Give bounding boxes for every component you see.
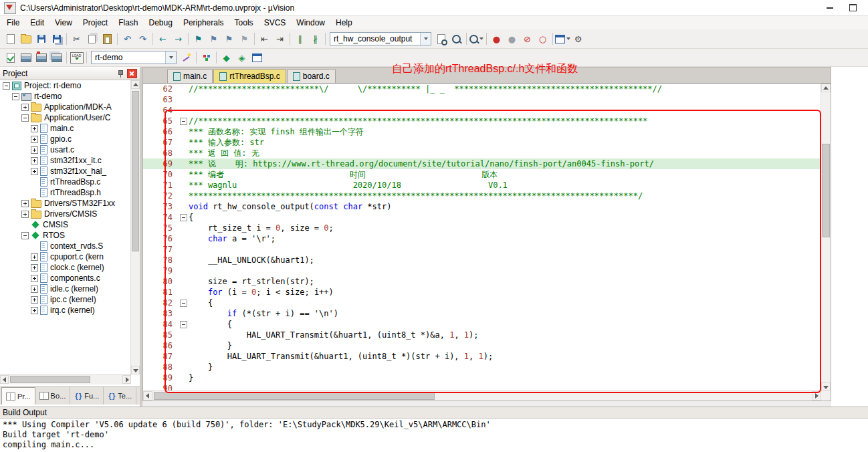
line-number[interactable]: 66 xyxy=(143,126,178,137)
code-line[interactable]: 84 { xyxy=(143,319,821,330)
expand-icon[interactable] xyxy=(31,157,38,164)
line-number[interactable]: 68 xyxy=(143,148,178,158)
maximize-button[interactable] xyxy=(841,1,864,15)
tree-item[interactable]: Drivers/CMSIS xyxy=(0,209,131,219)
tree-item[interactable]: rtThreadBsp.c xyxy=(0,177,131,187)
scroll-down-button[interactable] xyxy=(131,366,140,374)
bookmark-clear-all-button[interactable]: ⚑ xyxy=(237,31,252,46)
panel-tab-templates[interactable]: {}Te... xyxy=(104,387,136,405)
line-number[interactable]: 83 xyxy=(143,308,178,319)
panel-tab-functions[interactable]: {}Fu... xyxy=(70,387,104,405)
menu-debug[interactable]: Debug xyxy=(144,17,178,29)
code-line[interactable]: 81 for (i = 0; i < size; i++) xyxy=(143,287,821,298)
uncomment-selection-button[interactable]: ∦ xyxy=(308,31,323,46)
scrollbar-thumb[interactable] xyxy=(10,376,90,383)
chevron-down-icon[interactable] xyxy=(420,33,431,45)
code-line[interactable]: 66*** 函数名称: 实现 finsh 组件输出一个字符 xyxy=(143,126,821,137)
tree-item[interactable]: Drivers/STM32F1xx xyxy=(0,198,131,209)
bookmark-prev-button[interactable]: ⚑ xyxy=(206,31,221,46)
code-line[interactable]: 78 __HAL_UNLOCK(&huart1); xyxy=(143,255,821,265)
code-line[interactable]: 85 HAL_UART_Transmit(&huart1, (uint8_t *… xyxy=(143,330,821,340)
menu-peripherals[interactable]: Peripherals xyxy=(178,17,229,29)
collapse-icon[interactable] xyxy=(21,232,29,239)
expand-icon[interactable] xyxy=(31,146,38,154)
disable-breakpoint-button[interactable]: ● xyxy=(504,31,520,46)
cut-button[interactable]: ✂ xyxy=(69,31,84,46)
line-number[interactable]: 89 xyxy=(143,372,178,383)
expand-icon[interactable] xyxy=(21,211,29,218)
tree-item[interactable]: clock.c (kernel) xyxy=(0,262,131,273)
copy-button[interactable] xyxy=(84,31,100,46)
collapse-icon[interactable] xyxy=(3,82,10,90)
code-line[interactable]: 82 { xyxy=(143,298,821,308)
expand-icon[interactable] xyxy=(31,136,38,143)
find-button[interactable] xyxy=(449,31,464,46)
menu-edit[interactable]: Edit xyxy=(25,17,49,29)
target-select-combo[interactable]: rt-demo xyxy=(91,51,177,64)
line-number[interactable]: 82 xyxy=(143,298,178,308)
menu-help[interactable]: Help xyxy=(330,17,358,29)
new-file-button[interactable] xyxy=(3,31,18,46)
tab-rtThreadBsp.c[interactable]: rtThreadBsp.c xyxy=(213,69,286,83)
minimize-button[interactable] xyxy=(819,1,841,15)
redo-button[interactable]: ↷ xyxy=(135,31,150,46)
manage-rte-button[interactable]: ◆ xyxy=(219,50,234,65)
scroll-up-button[interactable] xyxy=(131,80,140,89)
collapse-icon[interactable] xyxy=(21,114,29,122)
line-number[interactable]: 79 xyxy=(143,265,178,276)
code-line[interactable]: 72**************************************… xyxy=(143,191,821,201)
scroll-up-button[interactable] xyxy=(821,84,831,92)
indent-button[interactable]: ⇥ xyxy=(272,31,288,46)
expand-icon[interactable] xyxy=(31,275,38,282)
batch-build-button[interactable] xyxy=(49,50,64,65)
line-number[interactable]: 85 xyxy=(143,330,178,340)
code-line[interactable]: 67*** 输入参数: str xyxy=(143,137,821,148)
line-number[interactable]: 76 xyxy=(143,233,178,244)
line-number[interactable]: 73 xyxy=(143,201,178,212)
tree-item[interactable]: components.c xyxy=(0,273,131,284)
line-number[interactable]: 71 xyxy=(143,180,178,191)
expand-icon[interactable] xyxy=(31,286,38,293)
code-line[interactable]: 83 if (*(str + i) == '\n') xyxy=(143,308,821,319)
line-number[interactable]: 70 xyxy=(143,169,178,180)
configure-button[interactable]: ⚙ xyxy=(570,31,586,46)
pin-icon[interactable] xyxy=(116,70,124,78)
fold-collapse-icon[interactable] xyxy=(180,214,187,221)
code-line[interactable]: 88 } xyxy=(143,362,821,372)
tree-item[interactable]: cpuport.c (kern xyxy=(0,251,131,262)
expand-icon[interactable] xyxy=(21,200,29,207)
tree-item[interactable]: Project: rt-demo xyxy=(0,80,131,91)
scroll-left-button[interactable] xyxy=(0,375,9,384)
code-line[interactable]: 69*** 说 明: https://www.rt-thread.org/doc… xyxy=(143,158,821,169)
build-button[interactable] xyxy=(18,50,33,65)
expand-icon[interactable] xyxy=(21,104,29,111)
tree-item[interactable]: rtThreadBsp.h xyxy=(0,187,131,198)
menu-tools[interactable]: Tools xyxy=(229,17,259,29)
chevron-down-icon[interactable] xyxy=(165,51,176,64)
tree-item[interactable]: main.c xyxy=(0,123,131,134)
scrollbar-thumb[interactable] xyxy=(154,392,435,400)
fold-collapse-icon[interactable] xyxy=(180,321,187,328)
code-line[interactable]: 62//*************************\/ \/******… xyxy=(143,84,821,94)
line-number[interactable]: 62 xyxy=(143,84,178,94)
code-line[interactable]: 65//************************************… xyxy=(143,116,821,126)
code-line[interactable]: 87 HAL_UART_Transmit(&huart1, (uint8_t *… xyxy=(143,351,821,362)
line-number[interactable]: 77 xyxy=(143,244,178,255)
tree-item[interactable]: usart.c xyxy=(0,144,131,155)
expand-icon[interactable] xyxy=(31,264,38,271)
scroll-left-button[interactable] xyxy=(143,391,152,401)
line-number[interactable]: 87 xyxy=(143,351,178,362)
menu-project[interactable]: Project xyxy=(78,17,113,29)
code-line[interactable]: 89} xyxy=(143,372,821,383)
translate-button[interactable] xyxy=(3,50,18,65)
menu-flash[interactable]: Flash xyxy=(113,17,143,29)
scrollbar-thumb[interactable] xyxy=(132,91,139,251)
tree-item[interactable]: RTOS xyxy=(0,230,131,241)
find-in-files-button[interactable] xyxy=(433,31,449,46)
code-line[interactable]: 79 xyxy=(143,265,821,276)
code-line[interactable]: 64 xyxy=(143,105,821,116)
code-line[interactable]: 73void rt_hw_console_output(const char *… xyxy=(143,201,821,212)
tree-item[interactable]: rt-demo xyxy=(0,91,131,102)
panel-tab-books[interactable]: Bo... xyxy=(35,387,71,405)
line-number[interactable]: 78 xyxy=(143,255,178,265)
